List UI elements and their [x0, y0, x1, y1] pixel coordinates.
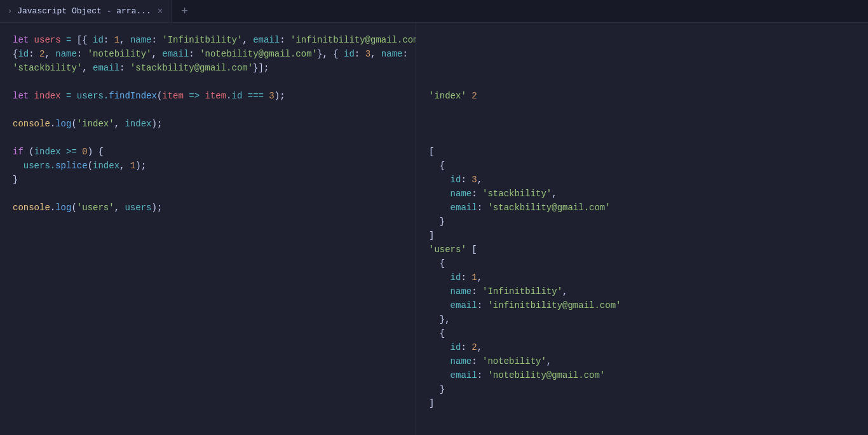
tab-bar: › Javascript Object - arra... × + [0, 0, 868, 23]
output-pane[interactable]: 'index' 2 [ { id: 3, name: 'stackbility'… [416, 23, 868, 435]
editor-content: let users = [{ id: 1, name: 'Infinitbili… [0, 23, 868, 435]
chevron-right-icon: › [8, 7, 12, 16]
close-tab-icon[interactable]: × [156, 6, 164, 17]
file-tab[interactable]: › Javascript Object - arra... × [0, 0, 172, 22]
new-tab-button[interactable]: + [172, 5, 197, 18]
tab-title: Javascript Object - arra... [17, 6, 151, 16]
code-editor-pane[interactable]: let users = [{ id: 1, name: 'Infinitbili… [0, 23, 416, 435]
